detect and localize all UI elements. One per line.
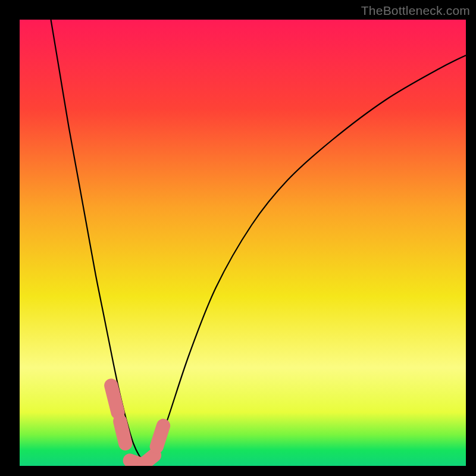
watermark-text: TheBottleneck.com — [361, 4, 470, 18]
bottleneck-marker — [145, 455, 155, 464]
plot-area — [20, 20, 466, 466]
chart-svg — [20, 20, 466, 466]
canvas-frame: TheBottleneck.com — [0, 0, 476, 476]
bottleneck-marker — [156, 426, 163, 447]
bottleneck-marker — [111, 386, 118, 412]
bottleneck-marker — [120, 421, 126, 444]
gradient-background — [20, 20, 466, 466]
